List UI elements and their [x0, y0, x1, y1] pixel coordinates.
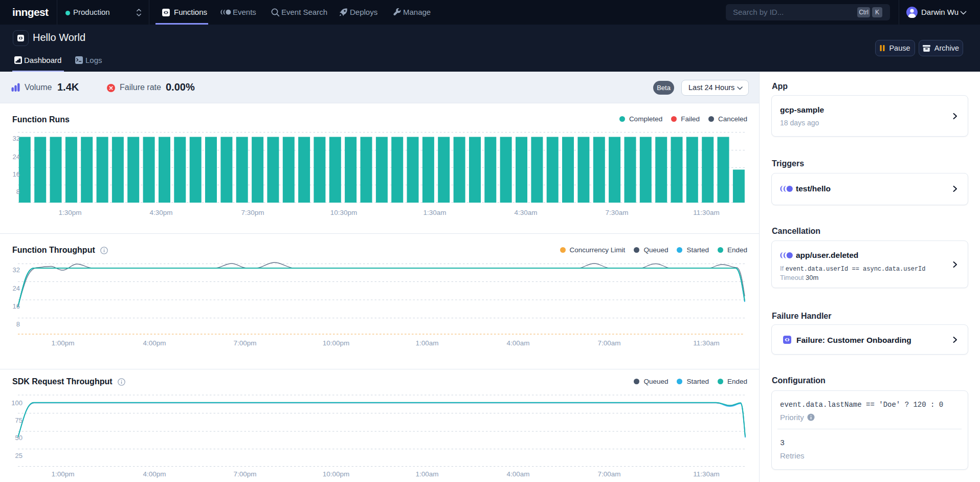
svg-text:7:30pm: 7:30pm	[241, 209, 264, 216]
svg-text:1:30pm: 1:30pm	[58, 209, 81, 216]
svg-text:11:30am: 11:30am	[693, 339, 720, 347]
svg-text:50: 50	[15, 434, 23, 442]
svg-text:7:00am: 7:00am	[597, 470, 620, 478]
svg-text:100: 100	[11, 399, 23, 407]
svg-text:32: 32	[13, 135, 20, 142]
svg-text:1:00am: 1:00am	[415, 470, 438, 478]
svg-text:16: 16	[13, 302, 20, 310]
svg-text:4:00am: 4:00am	[506, 470, 529, 478]
svg-text:4:00pm: 4:00pm	[143, 470, 166, 478]
svg-text:4:00am: 4:00am	[506, 339, 529, 347]
svg-text:24: 24	[13, 284, 20, 292]
svg-text:7:00pm: 7:00pm	[233, 339, 256, 347]
svg-text:4:00pm: 4:00pm	[143, 339, 166, 347]
svg-text:7:30am: 7:30am	[605, 209, 628, 216]
svg-text:75: 75	[15, 417, 23, 424]
svg-text:1:00pm: 1:00pm	[51, 339, 74, 347]
svg-text:24: 24	[13, 153, 20, 161]
svg-text:10:30pm: 10:30pm	[330, 209, 358, 216]
svg-text:11:30am: 11:30am	[693, 470, 720, 478]
svg-text:11:30am: 11:30am	[693, 209, 720, 216]
svg-text:8: 8	[16, 188, 20, 195]
svg-text:7:00am: 7:00am	[597, 339, 620, 347]
svg-text:16: 16	[13, 170, 20, 178]
svg-text:7:00pm: 7:00pm	[233, 470, 256, 478]
svg-text:25: 25	[15, 452, 23, 459]
svg-text:1:00am: 1:00am	[415, 339, 438, 347]
svg-text:4:30am: 4:30am	[514, 209, 537, 216]
svg-text:1:30am: 1:30am	[423, 209, 446, 216]
svg-text:10:00pm: 10:00pm	[323, 339, 350, 347]
svg-text:32: 32	[13, 266, 20, 274]
svg-text:10:00pm: 10:00pm	[323, 470, 350, 478]
svg-text:8: 8	[16, 320, 20, 328]
svg-text:4:30pm: 4:30pm	[149, 209, 172, 216]
svg-text:1:00pm: 1:00pm	[51, 470, 74, 478]
